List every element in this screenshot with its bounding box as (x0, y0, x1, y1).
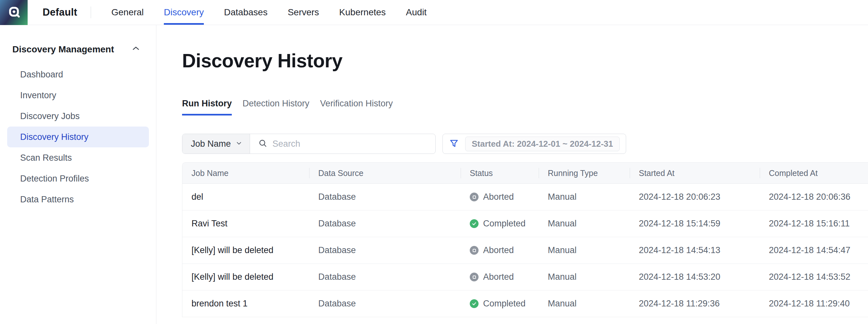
cell-job-name: del (182, 192, 309, 202)
table-row[interactable]: Ravi Test Database Completed (182, 210, 868, 237)
status-aborted-icon (470, 273, 478, 282)
status-label: Aborted (483, 192, 514, 202)
filter-row: Job Name (182, 134, 868, 154)
run-history-table: Job NameData SourceStatusRunning TypeSta… (182, 162, 868, 317)
tab-run-history[interactable]: Run History (182, 98, 232, 116)
search-field-selector[interactable]: Job Name (182, 134, 250, 153)
cell-running-type: Manual (539, 218, 630, 229)
cell-data-source: Database (309, 245, 461, 255)
topbar-divider (91, 6, 91, 18)
tab-verification-history[interactable]: Verification History (320, 98, 393, 116)
cell-started-at: 2024-12-18 14:53:20 (630, 272, 760, 282)
status-label: Completed (483, 299, 526, 309)
cell-started-at: 2024-12-18 14:54:13 (630, 245, 760, 255)
advanced-filter[interactable]: Started At: 2024-12-01 ~ 2024-12-31 (442, 134, 626, 154)
cell-running-type: Manual (539, 272, 630, 282)
sidebar-items: DashboardInventoryDiscovery JobsDiscover… (0, 64, 156, 210)
cell-completed-at: 2024-12-18 15:16:11 (760, 218, 868, 229)
search-input[interactable] (272, 139, 428, 149)
table-row[interactable]: brendon test 1 Database Completed (182, 291, 868, 317)
sidebar-item-dashboard[interactable]: Dashboard (7, 64, 149, 85)
table-body: del Database Aborted (182, 184, 868, 317)
cell-data-source: Database (309, 299, 461, 309)
column-header-job-name[interactable]: Job Name (182, 169, 309, 178)
status-aborted-icon (470, 193, 478, 201)
cell-job-name: [Kelly] will be deleted (182, 272, 309, 282)
cell-started-at: 2024-12-18 11:29:36 (630, 299, 760, 309)
column-header-completed-at[interactable]: Completed At (760, 169, 868, 178)
table-header-row: Job NameData SourceStatusRunning TypeSta… (182, 163, 868, 184)
cell-job-name: [Kelly] will be deleted (182, 245, 309, 255)
status-label: Aborted (483, 245, 514, 255)
column-header-data-source[interactable]: Data Source (309, 169, 461, 178)
sidebar-item-data-patterns[interactable]: Data Patterns (7, 189, 149, 210)
page-title: Discovery History (182, 50, 868, 72)
cell-status: Aborted (461, 192, 539, 202)
cell-data-source: Database (309, 272, 461, 282)
top-bar: Default GeneralDiscoveryDatabasesServers… (0, 0, 868, 25)
history-tabs: Run HistoryDetection HistoryVerification… (182, 98, 868, 116)
content-row: Discovery Management DashboardInventoryD… (0, 25, 868, 324)
sidebar-group-discovery-management[interactable]: Discovery Management (0, 40, 156, 59)
sidebar-item-detection-profiles[interactable]: Detection Profiles (7, 168, 149, 189)
nav-tab-discovery[interactable]: Discovery (164, 0, 204, 25)
search-group: Job Name (182, 134, 436, 154)
status-label: Completed (483, 218, 526, 229)
cell-started-at: 2024-12-18 20:06:23 (630, 192, 760, 202)
main-content: Discovery History Run HistoryDetection H… (156, 25, 868, 324)
tab-detection-history[interactable]: Detection History (243, 98, 309, 116)
column-header-status[interactable]: Status (461, 169, 539, 178)
cell-status: Completed (461, 299, 539, 309)
status-completed-icon (470, 219, 478, 228)
date-range-filter-tag[interactable]: Started At: 2024-12-01 ~ 2024-12-31 (465, 137, 620, 151)
cell-data-source: Database (309, 218, 461, 229)
sidebar: Discovery Management DashboardInventoryD… (0, 25, 156, 324)
chevron-down-icon (236, 139, 243, 149)
app-logo[interactable] (0, 0, 28, 25)
chevron-up-icon (131, 44, 141, 55)
cell-status: Completed (461, 218, 539, 229)
nav-tab-audit[interactable]: Audit (406, 0, 427, 25)
sidebar-group-label: Discovery Management (12, 44, 114, 55)
sidebar-item-discovery-history[interactable]: Discovery History (7, 126, 149, 147)
cell-running-type: Manual (539, 245, 630, 255)
brand-mark-icon (6, 4, 22, 21)
sidebar-item-scan-results[interactable]: Scan Results (7, 147, 149, 168)
nav-tab-servers[interactable]: Servers (288, 0, 319, 25)
search-icon (258, 138, 268, 149)
column-header-running-type[interactable]: Running Type (539, 169, 630, 178)
status-label: Aborted (483, 272, 514, 282)
table-row[interactable]: del Database Aborted (182, 184, 868, 210)
cell-status: Aborted (461, 272, 539, 282)
search-box (250, 134, 435, 153)
workspace-name: Default (42, 6, 77, 18)
cell-completed-at: 2024-12-18 14:53:52 (760, 272, 868, 282)
nav-tab-kubernetes[interactable]: Kubernetes (339, 0, 385, 25)
cell-completed-at: 2024-12-18 11:29:40 (760, 299, 868, 309)
filter-funnel-icon (449, 138, 459, 150)
cell-status: Aborted (461, 245, 539, 255)
table-row[interactable]: [Kelly] will be deleted Database Aborted (182, 237, 868, 264)
cell-started-at: 2024-12-18 15:14:59 (630, 218, 760, 229)
top-nav: GeneralDiscoveryDatabasesServersKubernet… (111, 0, 427, 25)
cell-job-name: brendon test 1 (182, 299, 309, 309)
sidebar-item-inventory[interactable]: Inventory (7, 85, 149, 106)
cell-completed-at: 2024-12-18 14:54:47 (760, 245, 868, 255)
table-row[interactable]: [Kelly] will be deleted Database Aborted (182, 264, 868, 291)
nav-tab-databases[interactable]: Databases (224, 0, 268, 25)
cell-data-source: Database (309, 192, 461, 202)
cell-completed-at: 2024-12-18 20:06:36 (760, 192, 868, 202)
nav-tab-general[interactable]: General (111, 0, 144, 25)
cell-job-name: Ravi Test (182, 218, 309, 229)
status-aborted-icon (470, 246, 478, 255)
cell-running-type: Manual (539, 192, 630, 202)
cell-running-type: Manual (539, 299, 630, 309)
sidebar-item-discovery-jobs[interactable]: Discovery Jobs (7, 106, 149, 126)
status-completed-icon (470, 299, 478, 308)
column-header-started-at[interactable]: Started At (630, 169, 760, 178)
search-field-value: Job Name (191, 139, 231, 149)
